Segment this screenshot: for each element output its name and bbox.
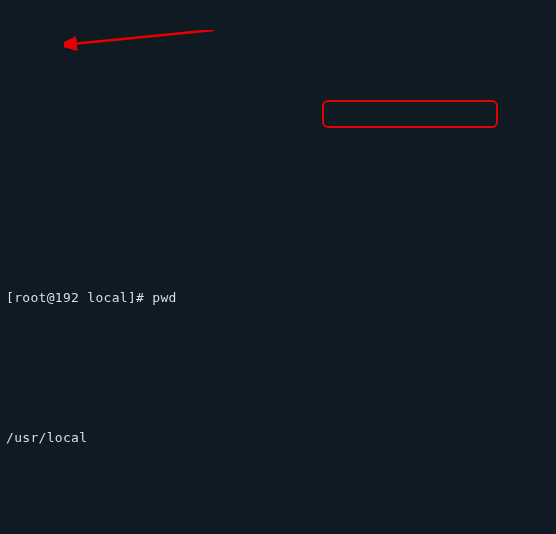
svg-line-0 <box>72 30 214 44</box>
terminal-window[interactable]: [root@192 local]# pwd /usr/local [root@1… <box>0 0 556 534</box>
highlight-rectangle <box>322 100 498 128</box>
arrow-annotation <box>64 30 214 60</box>
prompt-line-1: [root@192 local]# pwd <box>6 284 550 312</box>
bracket-close: ]# <box>128 290 152 305</box>
bracket-open: [ <box>6 290 14 305</box>
pwd-output: /usr/local <box>6 424 550 452</box>
prompt-user: root@192 local <box>14 290 128 305</box>
command-pwd: pwd <box>152 290 176 305</box>
